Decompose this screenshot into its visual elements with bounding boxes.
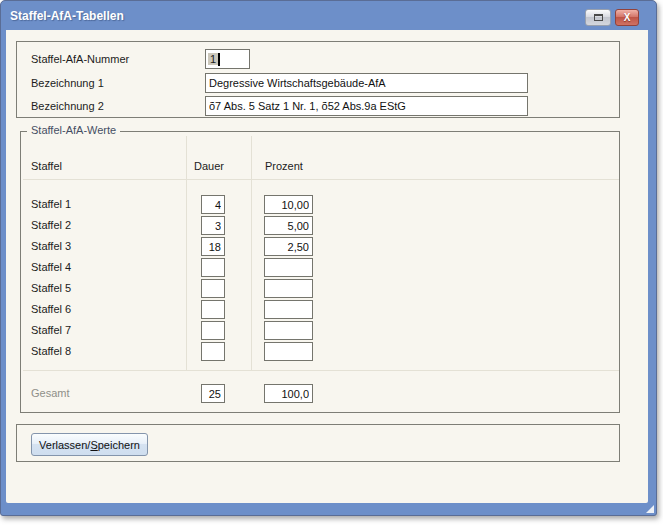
staffel-5-label: Staffel 5 xyxy=(31,279,71,298)
resize-grip[interactable] xyxy=(646,505,654,513)
restore-button[interactable] xyxy=(585,9,611,26)
gesamt-prozent-value xyxy=(264,384,313,403)
save-label-post: peichern xyxy=(98,439,140,451)
staffel-2-label: Staffel 2 xyxy=(31,216,71,235)
staffel-4-label: Staffel 4 xyxy=(31,258,71,277)
table-row: Staffel 2 xyxy=(21,216,619,235)
staffel-8-dauer-input[interactable] xyxy=(201,342,225,361)
footer-panel: Verlassen/Speichern xyxy=(16,424,620,462)
window-controls: X xyxy=(585,9,639,26)
bezeichnung-1-label: Bezeichnung 1 xyxy=(31,73,104,93)
staffel-6-dauer-input[interactable] xyxy=(201,300,225,319)
column-header-prozent: Prozent xyxy=(265,160,303,172)
staffel-afa-werte-groupbox: Staffel-AfA-Werte Staffel Dauer Prozent … xyxy=(20,131,620,413)
column-header-staffel: Staffel xyxy=(31,160,62,172)
staffel-2-dauer-input[interactable] xyxy=(201,216,225,235)
staffel-4-prozent-input[interactable] xyxy=(264,258,313,277)
staffel-3-dauer-input[interactable] xyxy=(201,237,225,256)
gesamt-label: Gesamt xyxy=(31,384,70,403)
dialog-client-area: Staffel-AfA-Nummer 1 Bezeichnung 1 Bezei… xyxy=(6,30,648,503)
staffel-7-prozent-input[interactable] xyxy=(264,321,313,340)
gesamt-dauer-value xyxy=(201,384,225,403)
staffel-5-prozent-input[interactable] xyxy=(264,279,313,298)
table-row: Staffel 1 xyxy=(21,195,619,214)
bezeichnung-2-input[interactable] xyxy=(205,96,528,116)
total-row: Gesamt xyxy=(21,384,619,403)
staffel-6-label: Staffel 6 xyxy=(31,300,71,319)
staffel-afa-nummer-input[interactable]: 1 xyxy=(205,49,250,69)
verlassen-speichern-button[interactable]: Verlassen/Speichern xyxy=(31,433,148,456)
dialog-window: Staffel-AfA-Tabellen X Staffel-AfA-Numme… xyxy=(0,0,657,516)
staffel-1-dauer-input[interactable] xyxy=(201,195,225,214)
bezeichnung-1-input[interactable] xyxy=(205,73,528,93)
table-row: Staffel 7 xyxy=(21,321,619,340)
staffel-7-label: Staffel 7 xyxy=(31,321,71,340)
staffel-afa-nummer-label: Staffel-AfA-Nummer xyxy=(31,49,129,69)
table-row: Staffel 5 xyxy=(21,279,619,298)
table-row: Staffel 4 xyxy=(21,258,619,277)
total-separator xyxy=(23,370,619,371)
column-header-dauer: Dauer xyxy=(194,160,224,172)
text-caret xyxy=(218,53,220,66)
staffel-4-dauer-input[interactable] xyxy=(201,258,225,277)
window-title: Staffel-AfA-Tabellen xyxy=(1,9,124,23)
table-row: Staffel 6 xyxy=(21,300,619,319)
staffel-8-label: Staffel 8 xyxy=(31,342,71,361)
groupbox-title: Staffel-AfA-Werte xyxy=(27,124,120,136)
staffel-1-prozent-input[interactable] xyxy=(264,195,313,214)
restore-icon xyxy=(594,14,603,21)
header-fields-panel: Staffel-AfA-Nummer 1 Bezeichnung 1 Bezei… xyxy=(16,41,620,118)
titlebar[interactable]: Staffel-AfA-Tabellen X xyxy=(1,1,656,30)
close-icon: X xyxy=(624,12,631,23)
staffel-2-prozent-input[interactable] xyxy=(264,216,313,235)
header-separator xyxy=(23,179,619,180)
bezeichnung-2-label: Bezeichnung 2 xyxy=(31,96,104,116)
table-row: Staffel 3 xyxy=(21,237,619,256)
staffel-6-prozent-input[interactable] xyxy=(264,300,313,319)
close-button[interactable]: X xyxy=(615,9,639,26)
nummer-value: 1 xyxy=(208,53,218,65)
save-label-accel: S xyxy=(90,439,97,451)
staffel-7-dauer-input[interactable] xyxy=(201,321,225,340)
table-row: Staffel 8 xyxy=(21,342,619,361)
save-label-pre: Verlassen/ xyxy=(39,439,90,451)
staffel-1-label: Staffel 1 xyxy=(31,195,71,214)
staffel-5-dauer-input[interactable] xyxy=(201,279,225,298)
staffel-3-prozent-input[interactable] xyxy=(264,237,313,256)
staffel-3-label: Staffel 3 xyxy=(31,237,71,256)
staffel-8-prozent-input[interactable] xyxy=(264,342,313,361)
